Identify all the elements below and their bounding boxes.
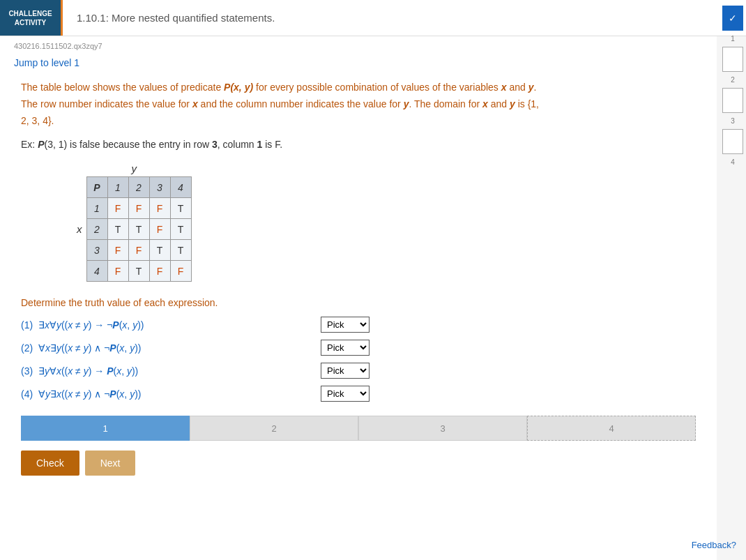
level-3-num: 3 (731, 117, 735, 125)
truth-table: P 1 2 3 4 1 F F (86, 176, 192, 282)
cell-4-1: F (107, 261, 128, 282)
content-area: The table below shows the values of pred… (0, 73, 717, 490)
expression-row-2: (2) ∀x∃y((x ≠ y) ∧ ¬P(x, y)) Pick True F… (21, 340, 696, 356)
table-header-1: 1 (107, 177, 128, 198)
expression-3-select[interactable]: Pick True False (321, 363, 370, 379)
challenge-activity-badge: CHALLENGE ACTIVITY (0, 0, 63, 36)
badge-text: CHALLENGE ACTIVITY (8, 9, 52, 27)
cell-1-4: T (170, 198, 191, 219)
table-header-3: 3 (149, 177, 170, 198)
table-header-P: P (86, 177, 107, 198)
buttons-row: Check Next (21, 451, 696, 476)
session-id: 430216.1511502.qx3zqy7 (0, 36, 717, 53)
expressions-title: Determine the truth value of each expres… (21, 297, 696, 308)
table-row: 3 F F T T (86, 240, 191, 261)
expression-1-select[interactable]: Pick True False (321, 317, 370, 333)
level-4-button[interactable] (722, 129, 743, 154)
table-row: 4 F T F F (86, 261, 191, 282)
expression-2-label: (2) ∀x∃y((x ≠ y) ∧ ¬P(x, y)) (21, 342, 314, 354)
check-button[interactable]: Check (21, 451, 79, 476)
cell-2-2: T (128, 219, 149, 240)
row-num-4: 4 (86, 261, 107, 282)
cell-1-1: F (107, 198, 128, 219)
row-num-2: 2 (86, 219, 107, 240)
example-text: Ex: P(3, 1) is false because the entry i… (21, 139, 696, 150)
progress-segment-4[interactable]: 4 (527, 416, 696, 441)
cell-3-4: T (170, 240, 191, 261)
x-axis-label: x (77, 223, 82, 235)
level-1-button[interactable] (722, 6, 743, 31)
cell-3-1: F (107, 240, 128, 261)
progress-bar: 1 2 3 4 (21, 416, 696, 441)
table-row: 1 F F F T (86, 198, 191, 219)
cell-1-2: F (128, 198, 149, 219)
level-2-button[interactable] (722, 47, 743, 72)
jump-to-level-link[interactable]: Jump to level 1 (0, 53, 93, 73)
next-button[interactable]: Next (85, 451, 136, 476)
cell-4-4: F (170, 261, 191, 282)
progress-segment-1[interactable]: 1 (21, 416, 190, 441)
cell-3-3: T (149, 240, 170, 261)
table-row: 2 T T F T (86, 219, 191, 240)
level-2-num: 2 (731, 76, 735, 84)
level-sidebar: 1 2 3 4 (720, 0, 746, 172)
progress-segment-3[interactable]: 3 (358, 416, 527, 441)
expression-4-select[interactable]: Pick True False (321, 386, 370, 402)
expression-row-4: (4) ∀y∃x((x ≠ y) ∧ ¬P(x, y)) Pick True F… (21, 386, 696, 402)
cell-2-1: T (107, 219, 128, 240)
level-1-num: 1 (731, 35, 735, 43)
header: CHALLENGE ACTIVITY 1.10.1: More nested q… (0, 0, 746, 36)
expression-1-label: (1) ∃x∀y((x ≠ y) → ¬P(x, y)) (21, 319, 314, 331)
table-header-4: 4 (170, 177, 191, 198)
main-content: 430216.1511502.qx3zqy7 Jump to level 1 T… (0, 36, 717, 560)
truth-table-wrapper: y x P 1 2 3 4 (35, 162, 696, 282)
expression-2-select[interactable]: Pick True False (321, 340, 370, 356)
expression-3-label: (3) ∃y∀x((x ≠ y) → P(x, y)) (21, 365, 314, 377)
cell-4-2: T (128, 261, 149, 282)
table-header-2: 2 (128, 177, 149, 198)
cell-3-2: F (128, 240, 149, 261)
row-num-3: 3 (86, 240, 107, 261)
expression-row-1: (1) ∃x∀y((x ≠ y) → ¬P(x, y)) Pick True F… (21, 317, 696, 333)
feedback-link[interactable]: Feedback? (692, 540, 736, 550)
expression-row-3: (3) ∃y∀x((x ≠ y) → P(x, y)) Pick True Fa… (21, 363, 696, 379)
row-num-1: 1 (86, 198, 107, 219)
level-3-button[interactable] (722, 88, 743, 113)
cell-4-3: F (149, 261, 170, 282)
description-text: The table below shows the values of pred… (21, 80, 544, 129)
level-4-num: 4 (731, 158, 735, 166)
y-axis-label: y (132, 162, 137, 174)
header-title: 1.10.1: More nested quantified statement… (63, 0, 717, 36)
progress-segment-2[interactable]: 2 (190, 416, 358, 441)
cell-1-3: F (149, 198, 170, 219)
cell-2-4: T (170, 219, 191, 240)
cell-2-3: F (149, 219, 170, 240)
expression-4-label: (4) ∀y∃x((x ≠ y) ∧ ¬P(x, y)) (21, 388, 314, 400)
